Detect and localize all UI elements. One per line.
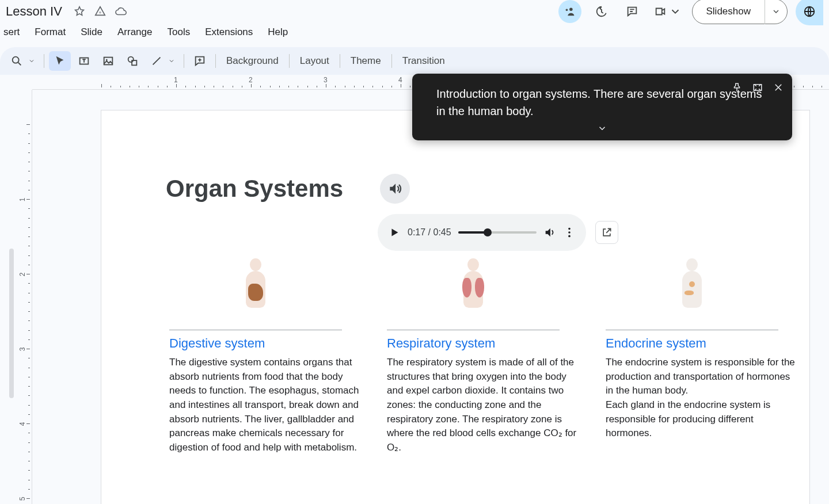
- slideshow-dropdown[interactable]: [765, 0, 787, 24]
- image-tool[interactable]: [97, 51, 119, 71]
- more-options-icon[interactable]: [563, 226, 576, 239]
- slideshow-button[interactable]: Slideshow: [692, 0, 788, 24]
- column-title: Endocrine system: [606, 336, 796, 351]
- textbox-tool[interactable]: [73, 51, 95, 71]
- caption-text: Introduction to organ systems. There are…: [436, 85, 763, 120]
- menu-format[interactable]: Format: [35, 26, 66, 38]
- separator: [391, 54, 392, 68]
- slide-title[interactable]: Organ Systems: [166, 175, 343, 203]
- separator: [184, 54, 184, 68]
- toolbar: Background Layout Theme Transition: [0, 47, 829, 75]
- column-body: The digestive system contains organs tha…: [169, 356, 359, 455]
- audio-object-icon[interactable]: [380, 174, 410, 204]
- version-history-icon[interactable]: [590, 0, 613, 23]
- svg-rect-5: [104, 58, 113, 65]
- share-button[interactable]: [796, 0, 823, 25]
- digestive-image: [169, 255, 342, 330]
- audio-time: 0:17 / 0:45: [408, 227, 451, 238]
- column-title: Digestive system: [169, 336, 359, 351]
- move-icon[interactable]: +: [93, 5, 107, 18]
- line-tool[interactable]: [146, 51, 168, 71]
- comment-tool[interactable]: [189, 51, 211, 71]
- svg-point-10: [568, 228, 571, 230]
- separator: [215, 54, 216, 68]
- column-body: The endocrine system is responsible for …: [606, 356, 796, 441]
- close-icon[interactable]: [770, 79, 786, 96]
- play-button[interactable]: [388, 226, 401, 239]
- comments-icon[interactable]: [621, 0, 644, 23]
- audio-player: 0:17 / 0:45: [378, 214, 586, 251]
- vertical-ruler: 12345: [18, 90, 32, 504]
- menu-help[interactable]: Help: [268, 26, 288, 38]
- background-button[interactable]: Background: [220, 55, 284, 67]
- svg-text:+: +: [98, 10, 101, 16]
- volume-icon[interactable]: [543, 226, 556, 239]
- expand-icon[interactable]: [750, 79, 766, 96]
- menu-bar: sert Format Slide Arrange Tools Extensio…: [0, 23, 829, 41]
- menu-insert[interactable]: sert: [3, 26, 20, 38]
- record-video-button[interactable]: [652, 0, 684, 23]
- svg-point-7: [128, 57, 134, 62]
- slideshow-label: Slideshow: [693, 0, 766, 24]
- line-dropdown[interactable]: [168, 58, 176, 64]
- separator: [44, 54, 44, 68]
- select-tool[interactable]: [49, 51, 71, 71]
- menu-tools[interactable]: Tools: [167, 26, 190, 38]
- column-digestive[interactable]: Digestive system The digestive system co…: [169, 255, 359, 455]
- endocrine-image: [606, 255, 778, 330]
- vertical-scrollbar[interactable]: [9, 249, 14, 398]
- separator: [289, 54, 290, 68]
- column-respiratory[interactable]: Respiratory system The respiratory syste…: [387, 255, 577, 455]
- pin-icon[interactable]: [729, 79, 745, 96]
- menu-extensions[interactable]: Extensions: [205, 26, 253, 38]
- cloud-status-icon[interactable]: [114, 5, 128, 18]
- transition-button[interactable]: Transition: [397, 55, 451, 67]
- svg-point-12: [568, 235, 571, 238]
- zoom-dropdown[interactable]: [28, 58, 36, 64]
- respiratory-image: [387, 255, 560, 330]
- open-externally-icon[interactable]: [595, 221, 618, 244]
- svg-point-3: [13, 57, 19, 63]
- menu-arrange[interactable]: Arrange: [117, 26, 152, 38]
- zoom-tool[interactable]: [6, 51, 28, 71]
- document-title[interactable]: Lesson IV: [6, 4, 62, 19]
- audio-seek-bar[interactable]: [458, 231, 537, 234]
- separator: [340, 54, 340, 68]
- menu-slide[interactable]: Slide: [81, 26, 102, 38]
- column-title: Respiratory system: [387, 336, 577, 351]
- chevron-down-icon[interactable]: [597, 123, 607, 136]
- column-body: The respiratory system is made of all of…: [387, 356, 577, 455]
- present-to-person-icon[interactable]: [558, 0, 581, 23]
- layout-button[interactable]: Layout: [294, 55, 335, 67]
- star-icon[interactable]: [73, 5, 86, 18]
- caption-popup: Introduction to organ systems. There are…: [412, 74, 792, 140]
- svg-point-1: [569, 8, 573, 11]
- shape-tool[interactable]: [121, 51, 143, 71]
- column-endocrine[interactable]: Endocrine system The endocrine system is…: [606, 255, 796, 441]
- slide-canvas[interactable]: Organ Systems Digestive system The diges…: [101, 110, 809, 504]
- svg-point-11: [568, 231, 571, 234]
- theme-button[interactable]: Theme: [345, 55, 387, 67]
